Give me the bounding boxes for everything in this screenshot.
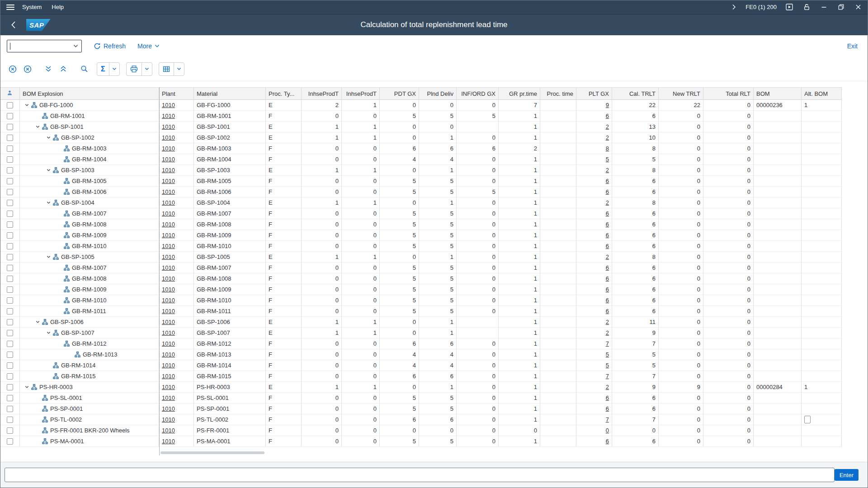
row-checkbox[interactable] xyxy=(7,254,13,260)
cell-link-plt_gx[interactable]: 2 xyxy=(606,319,609,325)
cell-link-plt_gx[interactable]: 6 xyxy=(606,178,609,184)
cell-link-plant[interactable]: 1010 xyxy=(162,384,175,390)
collapse-node-icon[interactable] xyxy=(23,103,31,108)
cell-link-plt_gx[interactable]: 6 xyxy=(606,210,609,217)
cell-link-plant[interactable]: 1010 xyxy=(162,188,175,195)
cell-link-plt_gx[interactable]: 6 xyxy=(606,264,609,271)
close-circle-icon-2[interactable] xyxy=(21,63,34,75)
row-checkbox[interactable] xyxy=(7,341,13,347)
cell-link-plt_gx[interactable]: 6 xyxy=(606,394,609,401)
row-checkbox[interactable] xyxy=(7,308,13,314)
cell-link-plant[interactable]: 1010 xyxy=(162,167,175,174)
cell-link-plant[interactable]: 1010 xyxy=(162,438,175,445)
menu-help[interactable]: Help xyxy=(47,0,69,14)
cell-link-plant[interactable]: 1010 xyxy=(162,362,175,369)
cell-link-plant[interactable]: 1010 xyxy=(162,297,175,304)
column-header-cal_trlt[interactable]: Cal. TRLT xyxy=(612,87,659,100)
cell-link-plant[interactable]: 1010 xyxy=(162,275,175,282)
cell-link-plant[interactable]: 1010 xyxy=(162,394,175,401)
cell-link-plt_gx[interactable]: 5 xyxy=(606,362,609,369)
cell-link-plt_gx[interactable]: 8 xyxy=(606,145,609,152)
cell-editor[interactable] xyxy=(804,416,811,423)
find-icon[interactable] xyxy=(78,63,90,75)
close-icon[interactable] xyxy=(852,1,864,13)
horizontal-scrollbar[interactable] xyxy=(160,451,264,454)
cell-link-plt_gx[interactable]: 2 xyxy=(606,199,609,206)
column-header-plant[interactable]: Plant xyxy=(159,87,194,100)
collapse-node-icon[interactable] xyxy=(44,168,53,173)
row-checkbox[interactable] xyxy=(7,276,13,282)
cell-link-plant[interactable]: 1010 xyxy=(162,243,175,249)
column-header-new_trlt[interactable]: New TRLT xyxy=(659,87,703,100)
cell-link-plt_gx[interactable]: 6 xyxy=(606,308,609,314)
cell-link-plt_gx[interactable]: 6 xyxy=(606,438,609,445)
refresh-button[interactable]: Refresh xyxy=(94,42,126,50)
minimize-icon[interactable] xyxy=(817,1,830,13)
row-checkbox[interactable] xyxy=(7,200,13,206)
cell-link-plt_gx[interactable]: 6 xyxy=(606,243,609,249)
column-header-inhse1[interactable]: InhseProdT xyxy=(302,87,342,100)
row-checkbox[interactable] xyxy=(7,145,13,152)
cell-link-plt_gx[interactable]: 6 xyxy=(606,297,609,304)
row-checkbox[interactable] xyxy=(7,167,13,174)
column-header-selection[interactable] xyxy=(0,87,20,100)
cell-link-plt_gx[interactable]: 2 xyxy=(606,384,609,390)
row-checkbox[interactable] xyxy=(7,352,13,358)
column-header-inhse2[interactable]: InhseProdT xyxy=(342,87,380,100)
cell-link-plt_gx[interactable]: 6 xyxy=(606,275,609,282)
cell-link-plant[interactable]: 1010 xyxy=(162,145,175,152)
row-checkbox[interactable] xyxy=(7,135,13,141)
collapse-all-icon[interactable] xyxy=(57,63,70,75)
row-checkbox[interactable] xyxy=(7,362,13,369)
cell-link-plant[interactable]: 1010 xyxy=(162,113,175,119)
export-menu-chevron-icon[interactable] xyxy=(174,63,184,75)
cell-link-plt_gx[interactable]: 6 xyxy=(606,286,609,293)
sum-menu-chevron-icon[interactable] xyxy=(109,63,119,75)
unlock-icon[interactable] xyxy=(800,1,813,13)
sum-icon[interactable]: Σ xyxy=(97,63,109,75)
cell-link-plant[interactable]: 1010 xyxy=(162,319,175,325)
row-checkbox[interactable] xyxy=(7,438,13,445)
row-checkbox[interactable] xyxy=(7,124,13,130)
exit-button[interactable]: Exit xyxy=(847,42,858,50)
column-header-plnd_deliv[interactable]: Plnd Deliv xyxy=(419,87,457,100)
cell-link-plant[interactable]: 1010 xyxy=(162,134,175,141)
play-window-icon[interactable] xyxy=(783,1,796,13)
cell-link-plant[interactable]: 1010 xyxy=(162,253,175,260)
row-checkbox[interactable] xyxy=(7,297,13,304)
combobox-input[interactable] xyxy=(10,40,71,52)
cell-link-plant[interactable]: 1010 xyxy=(162,199,175,206)
row-checkbox[interactable] xyxy=(7,232,13,239)
cell-link-plt_gx[interactable]: 7 xyxy=(606,340,609,347)
cell-link-plant[interactable]: 1010 xyxy=(162,308,175,314)
export-icon[interactable] xyxy=(159,63,174,75)
cell-link-plt_gx[interactable]: 5 xyxy=(606,351,609,358)
collapse-node-icon[interactable] xyxy=(23,385,31,389)
cell-link-plant[interactable]: 1010 xyxy=(162,351,175,358)
cell-link-plt_gx[interactable]: 6 xyxy=(606,221,609,228)
cell-link-plant[interactable]: 1010 xyxy=(162,221,175,228)
expand-all-icon[interactable] xyxy=(42,63,55,75)
collapse-node-icon[interactable] xyxy=(44,200,53,205)
cell-link-plant[interactable]: 1010 xyxy=(162,373,175,380)
cell-link-plant[interactable]: 1010 xyxy=(162,427,175,434)
cell-link-plt_gx[interactable]: 9 xyxy=(606,102,609,108)
row-checkbox[interactable] xyxy=(7,395,13,401)
row-checkbox[interactable] xyxy=(7,373,13,380)
row-checkbox[interactable] xyxy=(7,178,13,184)
column-header-gr_pr_time[interactable]: GR pr.time xyxy=(499,87,540,100)
back-icon[interactable] xyxy=(6,18,20,32)
restore-icon[interactable] xyxy=(835,1,847,13)
more-button[interactable]: More xyxy=(137,42,160,50)
column-header-total_rlt[interactable]: Total RLT xyxy=(703,87,754,100)
cell-link-plant[interactable]: 1010 xyxy=(162,123,175,130)
chevron-right-icon[interactable] xyxy=(727,1,740,13)
row-checkbox[interactable] xyxy=(7,330,13,336)
row-checkbox[interactable] xyxy=(7,417,13,423)
combobox-chevron-icon[interactable] xyxy=(71,44,81,48)
cell-link-plt_gx[interactable]: 6 xyxy=(606,188,609,195)
close-circle-icon[interactable] xyxy=(6,63,19,75)
menu-icon[interactable] xyxy=(4,1,17,13)
column-header-proc_type[interactable]: Proc. Ty... xyxy=(266,87,302,100)
cell-link-plt_gx[interactable]: 6 xyxy=(606,232,609,239)
